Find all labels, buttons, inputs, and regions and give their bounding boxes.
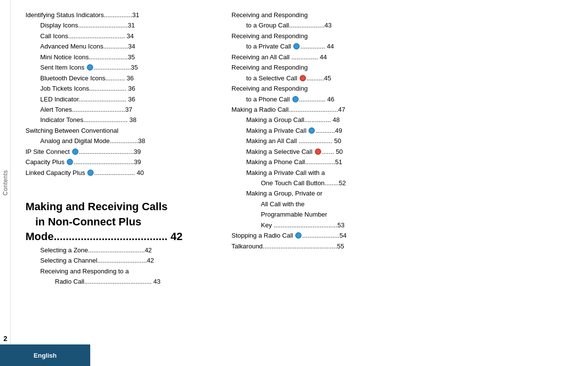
capacity-plus-icon	[67, 159, 73, 165]
toc-entry: One Touch Call Button........52	[231, 178, 573, 188]
toc-entry: Receiving and Responding	[231, 31, 573, 41]
making-selective-call-icon	[315, 148, 321, 155]
toc-entry: Analog and Digital Mode................3…	[26, 136, 212, 146]
right-column: Receiving and Responding to a Group Call…	[231, 10, 573, 337]
toc-entry: Bluetooth Device Icons........... 36	[26, 73, 212, 83]
linked-capacity-plus-icon	[87, 170, 94, 176]
toc-entry: Receiving and Responding	[231, 62, 573, 73]
toc-entry: Advanced Menu Icons..............34	[26, 41, 212, 51]
toc-entry: to a Private Call .............. 44	[231, 41, 573, 51]
toc-entry: Talkaround..............................…	[231, 241, 573, 251]
toc-entry: Making a Private Call ...........49	[231, 125, 573, 136]
sidebar-tab: Contents 2	[0, 0, 11, 366]
toc-entry: Switching Between Conventional	[26, 125, 212, 136]
left-column: Identifying Status Indicators...........…	[26, 10, 231, 337]
toc-entry: Programmable Number	[231, 209, 573, 220]
toc-entry: Linked Capacity Plus ...................…	[26, 168, 212, 178]
toc-entry: Making a Private Call with a	[231, 168, 573, 178]
main-content: Contents 2 Identifying Status Indicators…	[0, 0, 588, 366]
toc-entry: to a Phone Call ............... 46	[231, 94, 573, 104]
section-page: Mode....................................…	[26, 230, 212, 244]
section-heading: Making and Receiving Calls	[26, 200, 212, 214]
selective-call-icon	[300, 75, 306, 81]
toc-entry: Making an All Call ................... 5…	[231, 136, 573, 146]
language-label: English	[34, 352, 57, 359]
toc-entry: Making a Group, Private or	[231, 188, 573, 198]
phone-call-icon	[292, 96, 299, 102]
ip-site-connect-icon	[72, 148, 78, 155]
toc-entry: to a Selective Call ..........45	[231, 73, 573, 83]
toc-entry: Call Icons..............................…	[26, 31, 212, 41]
toc-entry: Stopping a Radio Call ..................…	[231, 230, 573, 241]
stopping-radio-call-icon	[295, 232, 302, 239]
toc-entry: Making a Radio Call.....................…	[231, 104, 573, 115]
section-subheading: in Non-Connect Plus	[35, 215, 212, 229]
page-number: 2	[0, 335, 11, 342]
toc-entry: IP Site Connect ........................…	[26, 146, 212, 157]
toc-entry: Capacity Plus ..........................…	[26, 157, 212, 167]
private-call-icon	[293, 43, 300, 49]
sent-item-icon	[87, 64, 93, 71]
toc-entry: Making a Group Call............... 48	[231, 115, 573, 125]
toc-entry: Making a Phone Call.................51	[231, 157, 573, 167]
toc-entry: Sent Item Icons .....................35	[26, 62, 212, 73]
toc-entry: Radio Call..............................…	[26, 276, 212, 287]
toc-entry: LED Indicator...........................…	[26, 94, 212, 104]
making-private-call-icon	[308, 127, 315, 134]
toc-entry: Job Tickets Icons..................... 3…	[26, 83, 212, 94]
toc-entry: Display Icons...........................…	[26, 20, 212, 30]
english-footer: English	[0, 344, 90, 366]
toc-entry: to a Group Call....................43	[231, 20, 573, 30]
toc-entry: Identifying Status Indicators...........…	[26, 10, 212, 20]
toc-entry: Indicator Tones.........................…	[26, 115, 212, 125]
toc-entry: Receiving an All Call ............... 44	[231, 52, 573, 62]
toc-entry: Key ....................................…	[231, 220, 573, 230]
toc-entry: Receiving and Responding	[231, 83, 573, 94]
content-area: Identifying Status Indicators...........…	[11, 0, 588, 366]
toc-entry: Making a Selective Call ....... 50	[231, 146, 573, 157]
toc-entry: Alert Tones.............................…	[26, 104, 212, 115]
toc-entry: Receiving and Responding to a	[26, 266, 212, 276]
sidebar-label: Contents	[2, 170, 9, 195]
toc-entry: Receiving and Responding	[231, 10, 573, 20]
toc-entry: All Call with the	[231, 199, 573, 209]
toc-entry: Selecting a Zone........................…	[26, 245, 212, 255]
toc-entry: Mini Notice Icons......................3…	[26, 52, 212, 62]
toc-entry: Selecting a Channel.....................…	[26, 255, 212, 266]
